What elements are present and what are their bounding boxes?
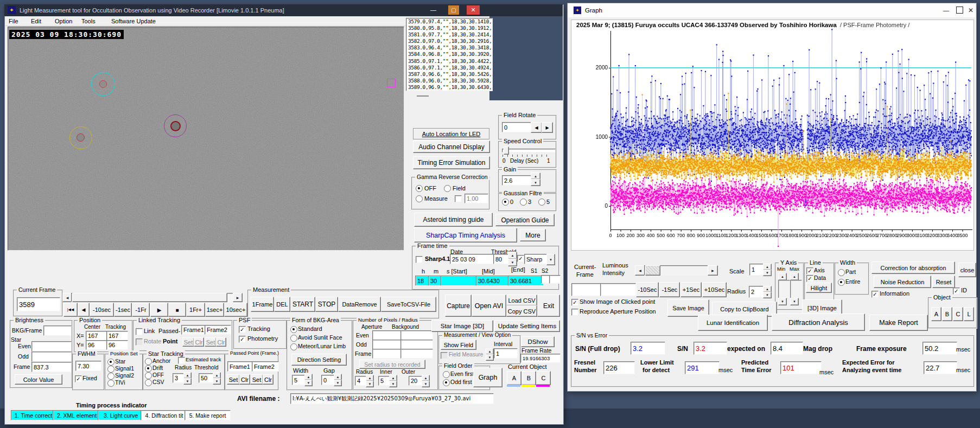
measure-dataremove-button[interactable]: DataRemove xyxy=(338,297,381,312)
transport-minus1fr-button[interactable]: -1Fr xyxy=(132,303,150,317)
pixels-even-bkg-field[interactable] xyxy=(400,330,433,340)
current-frame-field[interactable]: 3589 xyxy=(17,297,60,311)
object-c-button[interactable]: C xyxy=(536,371,551,385)
transport-10sec-plus-button[interactable]: 10sec+ xyxy=(224,303,247,317)
linked-clr2-button[interactable]: Clr xyxy=(216,337,226,347)
object-b-button[interactable]: B xyxy=(521,371,536,385)
linked-set1-button[interactable]: Set xyxy=(182,337,194,347)
time-start-field[interactable] xyxy=(441,276,479,286)
fwhm-fixed-checkbox[interactable]: ✓ xyxy=(75,375,82,382)
field-rotate-right-icon[interactable]: ▶ xyxy=(542,122,553,133)
interval-spin-down-icon[interactable]: ▼ xyxy=(486,354,494,361)
y-center-field[interactable]: 96 xyxy=(86,340,107,350)
passed-set1-button[interactable]: Set xyxy=(227,374,240,385)
dshow-button[interactable]: DShow xyxy=(521,336,555,347)
open-avi-button[interactable]: Open AVI xyxy=(472,295,506,317)
link-checkbox[interactable] xyxy=(136,328,143,335)
pixels-frame-aperture-field[interactable] xyxy=(372,349,402,359)
menu-edit[interactable]: Edit xyxy=(31,18,41,24)
graph-close-icon[interactable]: ✕ xyxy=(968,7,973,14)
gamma-checkbox[interactable] xyxy=(455,195,462,202)
inner-spin-down-icon[interactable]: ▼ xyxy=(389,381,397,387)
transport-stop-icon[interactable]: ■ xyxy=(168,303,186,317)
seek-scrollbar-thumb[interactable] xyxy=(72,293,227,302)
anchor-radio[interactable] xyxy=(145,358,152,365)
gamma-field-radio[interactable] xyxy=(444,185,451,192)
s2-field[interactable] xyxy=(549,275,561,284)
graph-object-a-button[interactable]: A xyxy=(931,307,941,321)
id-checkbox[interactable]: ✓ xyxy=(953,288,960,295)
graph-button[interactable]: Graph xyxy=(473,368,502,387)
avi-filename-field[interactable]: I:¥A-えんぺい観測¥観測記録2025¥20250309◎Furuya¥03_… xyxy=(290,393,494,404)
field-rotate-left-icon[interactable]: ◀ xyxy=(531,122,542,133)
asteroid-timing-guide-button[interactable]: Asteroid timing guide xyxy=(414,213,493,227)
sn-field[interactable]: 3.2 xyxy=(693,342,727,355)
transport-step-back-button[interactable]: ◀ xyxy=(78,303,90,317)
sharpcap-timing-analysis-button[interactable]: SharpCap Timing Analysis xyxy=(414,228,517,242)
seek-scrollbar-right-icon[interactable]: ▶ xyxy=(233,293,243,302)
star-odd-field[interactable] xyxy=(31,352,72,362)
noise-reduction-button[interactable]: Noise Reduction xyxy=(874,276,931,288)
update-setting-items-button[interactable]: Update Setting Items xyxy=(494,320,560,332)
reset-button[interactable]: Reset xyxy=(932,276,955,288)
psf-tracking-checkbox[interactable]: ✓ xyxy=(239,326,246,333)
posset-star-radio[interactable] xyxy=(107,359,114,366)
time-mid-field[interactable]: 30.6430 xyxy=(476,276,511,286)
diffraction-analysis-button[interactable]: Diffraction Analysis xyxy=(772,314,865,331)
threshold-spin-up-icon[interactable]: ▲ xyxy=(508,252,517,259)
gamma-measure-radio[interactable] xyxy=(416,195,423,202)
tracking-threshold-spin-down-icon[interactable]: ▼ xyxy=(213,378,221,385)
interval-field[interactable]: 1 xyxy=(494,348,518,359)
graph-object-c-button[interactable]: C xyxy=(953,307,963,321)
transport-minus1sec-button[interactable]: -1sec xyxy=(114,303,132,317)
ymax-track[interactable] xyxy=(790,280,802,298)
pixels-frame-bkg-field[interactable] xyxy=(400,349,433,359)
graph-scrollbar-right-icon[interactable]: ▶ xyxy=(708,265,718,276)
gamma-value-field[interactable]: 1.00 xyxy=(464,194,488,203)
more-button[interactable]: More xyxy=(520,229,546,241)
set-radius-to-recorded-button[interactable]: Set radius to recorded xyxy=(359,360,425,369)
graph-titlebar[interactable] xyxy=(568,3,975,17)
passed-frame1-field[interactable]: Frame1 xyxy=(227,361,254,372)
reference-square-magenta[interactable] xyxy=(387,79,396,87)
information-checkbox[interactable]: ✓ xyxy=(871,291,879,298)
ymin-up-icon[interactable]: ▲ xyxy=(778,273,787,280)
star-frame-field[interactable]: 837.3 xyxy=(31,362,72,372)
graph-luminous-field[interactable] xyxy=(600,283,636,296)
gain-field[interactable]: 2.6 xyxy=(502,175,532,186)
even-first-radio[interactable] xyxy=(443,371,450,378)
linked-clr1-button[interactable]: Clr xyxy=(194,337,204,347)
predicted-error-field[interactable]: 101 xyxy=(780,361,822,374)
tracking-csv-radio[interactable] xyxy=(145,379,152,386)
sharp41-checkbox[interactable] xyxy=(416,256,423,263)
video-frame[interactable] xyxy=(8,27,404,251)
psf-photometry-checkbox[interactable]: ✓ xyxy=(239,336,246,343)
bkg-standard-radio[interactable] xyxy=(290,326,297,333)
make-report-button[interactable]: Make Report xyxy=(869,315,928,331)
star-even-field[interactable] xyxy=(31,341,72,352)
sn-full-drop-field[interactable]: 3.2 xyxy=(631,342,665,355)
csv-data-panel[interactable]: 3579.0,97.4,"",18,30,30.1410,30.1661,18,… xyxy=(406,18,493,91)
hilight-button[interactable]: Hilight xyxy=(806,283,832,293)
measure-savetocsv-button[interactable]: SaveToCSV-File xyxy=(381,297,436,312)
menu-software-update[interactable]: Software Update xyxy=(111,18,156,24)
expected-error-field[interactable]: 22.7 xyxy=(924,361,957,374)
line-data-checkbox[interactable]: ✓ xyxy=(806,275,813,282)
date-field[interactable]: 25 03 09 xyxy=(450,254,495,264)
speed-slider-track[interactable] xyxy=(502,149,556,152)
pixels-odd-aperture-field[interactable] xyxy=(372,340,402,349)
graph-object-l-button[interactable]: L xyxy=(964,307,974,321)
measure-stop-button[interactable]: STOP xyxy=(315,297,338,312)
correction-absorption-button[interactable]: Correction for absorption xyxy=(871,261,955,274)
gaussian-0-radio[interactable] xyxy=(502,199,509,206)
y-tracking-field[interactable]: 96 xyxy=(106,340,128,350)
x-center-field[interactable]: 167 xyxy=(86,331,107,341)
gain-spin-down-icon[interactable]: ▼ xyxy=(531,179,540,186)
splitter-handle[interactable] xyxy=(417,95,429,97)
limovie-maximize-icon[interactable]: ▢ xyxy=(448,5,459,15)
graph-minimize-icon[interactable]: — xyxy=(943,7,949,14)
ymax-up-icon[interactable]: ▲ xyxy=(790,273,799,280)
audio-channel-display-button[interactable]: Audio Channel Display xyxy=(413,140,490,153)
transport-minus10sec-button[interactable]: -10sec xyxy=(90,303,114,317)
posset-tivi-radio[interactable] xyxy=(107,380,114,387)
